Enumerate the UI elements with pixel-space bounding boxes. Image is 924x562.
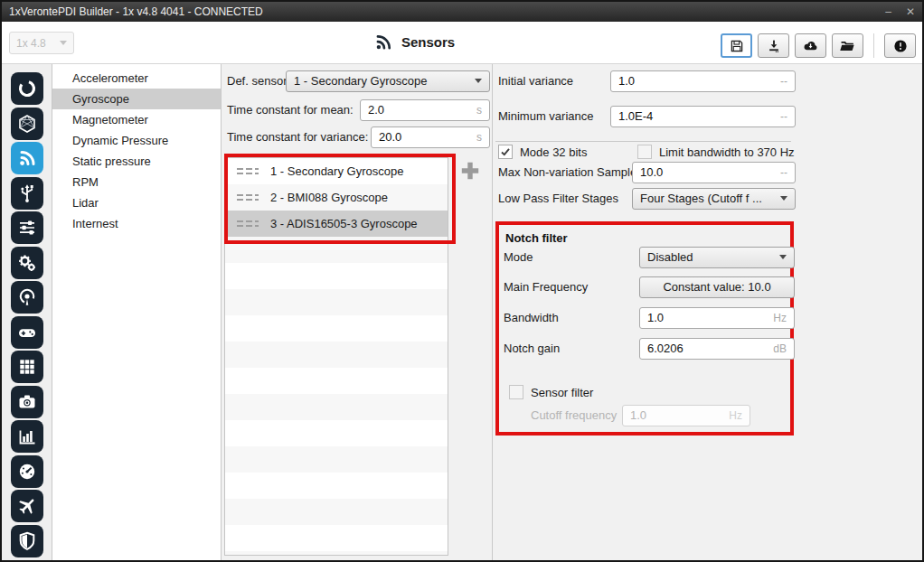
sidebar-item-setup[interactable] [11,211,43,244]
sensor-nav-dynamic-pressure[interactable]: Dynamic Pressure [52,130,221,151]
gyro-list-empty-row [225,551,448,556]
import-button[interactable] [758,33,789,58]
notch-filter-section: Notch filter Mode Disabled Main Frequenc… [495,221,794,436]
minimum-variance-input[interactable]: 1.0E-4 -- [610,106,796,127]
main-frequency-value: Constant value: 10.0 [663,280,770,294]
sidebar-item-camera[interactable] [11,386,43,418]
gyro-list-item-1[interactable]: 1 - Secondary Gyroscope [225,158,448,184]
notch-mode-label: Mode [504,250,533,264]
sidebar-item-charts[interactable] [11,420,43,453]
sidebar-item-safety[interactable] [11,525,43,557]
gyro-list-empty-row [225,420,448,446]
sensor-nav-rpm[interactable]: RPM [52,172,221,192]
tc-mean-unit: s [476,104,482,117]
sensor-nav-internest[interactable]: Internest [52,213,221,234]
drag-handle-icon[interactable] [237,220,259,227]
sidebar-item-flight-plan[interactable] [11,490,43,522]
gyro-list-item-3[interactable]: 3 - ADIS16505-3 Gyroscope [225,211,448,237]
info-button[interactable] [884,33,916,58]
sidebar-item-gauge[interactable] [11,455,43,488]
gauge-icon [16,461,38,482]
notch-gain-input[interactable]: 6.0206 dB [639,338,795,360]
gyro-sensor-list[interactable]: 1 - Secondary Gyroscope 2 - BMI088 Gyros… [224,157,448,556]
gyro-list-empty-row [225,289,448,315]
sensor-filter-label: Sensor filter [531,386,593,399]
sensor-nav-magnetometer[interactable]: Magnetometer [52,109,221,130]
tc-variance-label: Time constant for variance: [227,130,368,144]
version-dropdown-value: 1x 4.8 [16,37,46,50]
sensor-nav-gyroscope[interactable]: Gyroscope [52,89,221,109]
sensor-nav-lidar[interactable]: Lidar [52,192,221,213]
initial-variance-input[interactable]: 1.0 -- [610,70,796,92]
sliders-icon [16,217,38,239]
close-button[interactable]: ✕ [906,6,915,17]
limit-bandwidth-checkbox[interactable] [637,145,652,159]
drag-handle-icon[interactable] [237,194,259,201]
download-arrow-icon [766,38,782,54]
page-title: Sensors [401,34,455,50]
rss-signal-icon [374,33,393,52]
plus-icon [458,159,482,183]
sidebar-item-telemetry[interactable] [11,281,43,314]
header-bar: 1x 4.8 Sensors [2,22,922,64]
def-sensor-dropdown[interactable]: 1 - Secondary Gyroscope [286,70,490,92]
open-folder-button[interactable] [832,33,863,58]
mode-32-bits-checkbox[interactable] [498,145,513,159]
gyro-list-empty-row [225,446,448,473]
sidebar-item-stick[interactable] [11,316,43,349]
sidebar-item-blocks[interactable] [11,351,43,383]
notch-mode-dropdown[interactable]: Disabled [639,247,795,268]
gyroscope-panel: Def. sensor: 1 - Secondary Gyroscope Tim… [222,64,493,560]
bandwidth-label: Bandwidth [504,311,559,324]
app-window: 1xVerontePDI Builder - 1x v4.8 4041 - CO… [0,0,924,562]
chevron-down-icon [475,79,482,83]
page-title-group: Sensors [374,33,455,52]
save-floppy-icon [729,38,745,54]
main-frequency-button[interactable]: Constant value: 10.0 [639,276,795,298]
mode-32-bits-label: Mode 32 bits [520,145,587,159]
sidebar-item-sensors[interactable] [11,142,43,174]
airplane-icon [16,495,38,517]
sidebar-item-connections[interactable] [11,177,43,210]
gyro-item-label: 2 - BMI088 Gyroscope [270,191,388,204]
tc-mean-input[interactable]: 2.0 s [360,99,490,121]
max-non-variation-input[interactable]: 10.0 -- [632,162,796,183]
sensor-nav-static-pressure[interactable]: Static pressure [52,151,221,172]
bandwidth-input[interactable]: 1.0 Hz [639,307,795,329]
minimum-variance-label: Minimum variance [498,109,593,123]
sidebar-item-dial[interactable] [11,72,43,105]
module-iconbar [2,64,52,560]
max-non-variation-unit: -- [780,166,787,179]
tc-mean-label: Time constant for mean: [227,103,354,117]
initial-variance-value: 1.0 [618,74,635,88]
gyro-list-item-2[interactable]: 2 - BMI088 Gyroscope [225,184,448,211]
content-area: Accelerometer Gyroscope Magnetometer Dyn… [2,64,922,560]
dial-icon [16,78,38,99]
sidebar-item-automations[interactable] [11,247,43,279]
sensor-filter-checkbox[interactable] [509,385,523,399]
cutoff-frequency-input: 1.0 Hz [622,405,750,426]
gyro-list-empty-row [225,368,448,394]
save-button[interactable] [721,33,752,58]
gyro-list-empty-row [225,499,448,525]
gyro-item-label: 1 - Secondary Gyroscope [270,164,403,178]
gyro-config-panel: Initial variance 1.0 -- Minimum variance… [493,64,922,560]
window-title: 1xVerontePDI Builder - 1x v4.8 4041 - CO… [9,5,885,18]
shield-icon [16,530,38,552]
sensor-nav-accelerometer[interactable]: Accelerometer [52,68,221,89]
gamepad-icon [16,322,38,343]
bandwidth-value: 1.0 [647,311,664,324]
gyro-list-empty-row [225,525,448,551]
sidebar-item-mesh[interactable] [11,108,43,140]
low-pass-filter-dropdown[interactable]: Four Stages (Cutoff f ... [632,188,796,210]
title-bar: 1xVerontePDI Builder - 1x v4.8 4041 - CO… [2,2,922,22]
cloud-download-button[interactable] [795,33,826,58]
low-pass-filter-value: Four Stages (Cutoff f ... [640,192,762,205]
add-sensor-button[interactable] [457,157,484,184]
version-dropdown[interactable]: 1x 4.8 [9,32,74,54]
minimize-button[interactable]: – [885,6,891,17]
tc-variance-value: 20.0 [379,130,401,144]
drag-handle-icon[interactable] [237,168,259,174]
usb-icon [16,183,38,204]
tc-variance-input[interactable]: 20.0 s [371,126,490,148]
